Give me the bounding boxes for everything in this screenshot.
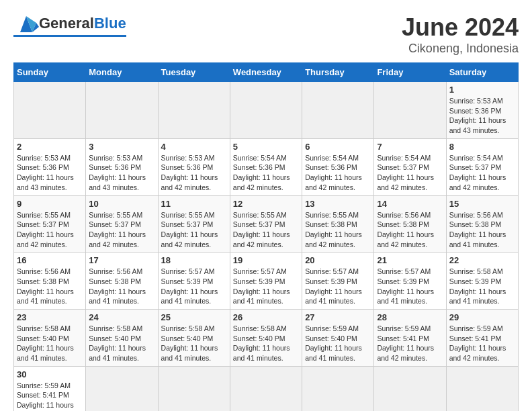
logo: GeneralBlue (13, 13, 126, 37)
day-info: Sunrise: 5:53 AMSunset: 5:36 PMDaylight:… (17, 153, 83, 193)
table-row: 19Sunrise: 5:57 AMSunset: 5:39 PMDayligh… (230, 253, 302, 310)
day-info: Sunrise: 5:59 AMSunset: 5:41 PMDaylight:… (449, 324, 515, 363)
table-row (158, 82, 230, 139)
table-row: 9Sunrise: 5:55 AMSunset: 5:37 PMDaylight… (14, 195, 86, 253)
day-info: Sunrise: 5:53 AMSunset: 5:36 PMDaylight:… (161, 153, 227, 193)
day-number: 25 (161, 312, 227, 322)
calendar-table: Sunday Monday Tuesday Wednesday Thursday… (13, 62, 519, 411)
logo-general: GeneralBlue (39, 15, 126, 32)
logo-icon (13, 13, 39, 34)
table-row: 8Sunrise: 5:54 AMSunset: 5:37 PMDaylight… (446, 138, 518, 195)
day-info: Sunrise: 5:55 AMSunset: 5:37 PMDaylight:… (161, 210, 227, 250)
logo-blue-text: Blue (94, 15, 126, 32)
day-info: Sunrise: 5:55 AMSunset: 5:37 PMDaylight:… (89, 210, 154, 250)
table-row: 6Sunrise: 5:54 AMSunset: 5:36 PMDaylight… (302, 138, 374, 195)
day-info: Sunrise: 5:58 AMSunset: 5:40 PMDaylight:… (17, 324, 83, 363)
day-number: 15 (449, 199, 515, 209)
col-thursday: Thursday (302, 63, 374, 82)
day-info: Sunrise: 5:56 AMSunset: 5:38 PMDaylight:… (89, 267, 154, 306)
table-row (86, 366, 158, 411)
calendar-subtitle: Cikoneng, Indonesia (402, 42, 519, 56)
calendar-week-row: 23Sunrise: 5:58 AMSunset: 5:40 PMDayligh… (14, 310, 519, 367)
table-row: 3Sunrise: 5:53 AMSunset: 5:36 PMDaylight… (86, 138, 158, 195)
day-number: 21 (377, 255, 443, 265)
table-row (302, 82, 374, 139)
col-sunday: Sunday (14, 63, 86, 82)
table-row: 7Sunrise: 5:54 AMSunset: 5:37 PMDaylight… (374, 138, 446, 195)
day-info: Sunrise: 5:58 AMSunset: 5:39 PMDaylight:… (449, 267, 515, 306)
day-info: Sunrise: 5:59 AMSunset: 5:41 PMDaylight:… (377, 324, 443, 363)
day-number: 29 (449, 312, 515, 322)
day-number: 16 (17, 255, 83, 265)
calendar-week-row: 2Sunrise: 5:53 AMSunset: 5:36 PMDaylight… (14, 138, 519, 195)
day-number: 3 (89, 142, 154, 152)
day-number: 24 (89, 312, 154, 322)
calendar-header-row: Sunday Monday Tuesday Wednesday Thursday… (14, 63, 519, 82)
day-number: 20 (305, 255, 371, 265)
day-info: Sunrise: 5:59 AMSunset: 5:40 PMDaylight:… (305, 324, 371, 363)
day-info: Sunrise: 5:57 AMSunset: 5:39 PMDaylight:… (305, 267, 371, 306)
day-info: Sunrise: 5:57 AMSunset: 5:39 PMDaylight:… (233, 267, 299, 306)
day-number: 6 (305, 142, 371, 152)
table-row: 27Sunrise: 5:59 AMSunset: 5:40 PMDayligh… (302, 310, 374, 367)
table-row (86, 82, 158, 139)
day-number: 28 (377, 312, 443, 322)
day-info: Sunrise: 5:58 AMSunset: 5:40 PMDaylight:… (233, 324, 299, 363)
logo-underline (13, 35, 126, 37)
col-friday: Friday (374, 63, 446, 82)
day-number: 23 (17, 312, 83, 322)
day-info: Sunrise: 5:55 AMSunset: 5:37 PMDaylight:… (233, 210, 299, 250)
day-info: Sunrise: 5:54 AMSunset: 5:36 PMDaylight:… (305, 153, 371, 193)
col-saturday: Saturday (446, 63, 518, 82)
table-row (302, 366, 374, 411)
day-info: Sunrise: 5:57 AMSunset: 5:39 PMDaylight:… (161, 267, 227, 306)
day-info: Sunrise: 5:56 AMSunset: 5:38 PMDaylight:… (449, 210, 515, 250)
day-number: 17 (89, 255, 154, 265)
calendar-week-row: 9Sunrise: 5:55 AMSunset: 5:37 PMDaylight… (14, 195, 519, 253)
table-row: 28Sunrise: 5:59 AMSunset: 5:41 PMDayligh… (374, 310, 446, 367)
calendar-title: June 2024 (402, 13, 519, 42)
day-info: Sunrise: 5:53 AMSunset: 5:36 PMDaylight:… (449, 96, 515, 136)
calendar-week-row: 30Sunrise: 5:59 AMSunset: 5:41 PMDayligh… (14, 366, 519, 411)
day-number: 8 (449, 142, 515, 152)
day-info: Sunrise: 5:54 AMSunset: 5:37 PMDaylight:… (377, 153, 443, 193)
day-info: Sunrise: 5:54 AMSunset: 5:37 PMDaylight:… (449, 153, 515, 193)
table-row: 20Sunrise: 5:57 AMSunset: 5:39 PMDayligh… (302, 253, 374, 310)
table-row: 11Sunrise: 5:55 AMSunset: 5:37 PMDayligh… (158, 195, 230, 253)
table-row: 5Sunrise: 5:54 AMSunset: 5:36 PMDaylight… (230, 138, 302, 195)
page-header: GeneralBlue June 2024 Cikoneng, Indonesi… (13, 13, 519, 56)
day-info: Sunrise: 5:55 AMSunset: 5:37 PMDaylight:… (17, 210, 83, 250)
day-info: Sunrise: 5:53 AMSunset: 5:36 PMDaylight:… (89, 153, 154, 193)
day-number: 4 (161, 142, 227, 152)
day-number: 13 (305, 199, 371, 209)
table-row: 25Sunrise: 5:58 AMSunset: 5:40 PMDayligh… (158, 310, 230, 367)
day-info: Sunrise: 5:58 AMSunset: 5:40 PMDaylight:… (161, 324, 227, 363)
table-row (230, 366, 302, 411)
table-row: 4Sunrise: 5:53 AMSunset: 5:36 PMDaylight… (158, 138, 230, 195)
day-number: 11 (161, 199, 227, 209)
table-row: 30Sunrise: 5:59 AMSunset: 5:41 PMDayligh… (14, 366, 86, 411)
day-info: Sunrise: 5:57 AMSunset: 5:39 PMDaylight:… (377, 267, 443, 306)
day-number: 7 (377, 142, 443, 152)
day-number: 2 (17, 142, 83, 152)
day-number: 12 (233, 199, 299, 209)
col-tuesday: Tuesday (158, 63, 230, 82)
day-info: Sunrise: 5:58 AMSunset: 5:40 PMDaylight:… (89, 324, 154, 363)
table-row (14, 82, 86, 139)
table-row: 23Sunrise: 5:58 AMSunset: 5:40 PMDayligh… (14, 310, 86, 367)
title-block: June 2024 Cikoneng, Indonesia (402, 13, 519, 56)
day-number: 14 (377, 199, 443, 209)
table-row: 21Sunrise: 5:57 AMSunset: 5:39 PMDayligh… (374, 253, 446, 310)
col-monday: Monday (86, 63, 158, 82)
day-number: 18 (161, 255, 227, 265)
calendar-week-row: 16Sunrise: 5:56 AMSunset: 5:38 PMDayligh… (14, 253, 519, 310)
day-number: 5 (233, 142, 299, 152)
day-info: Sunrise: 5:56 AMSunset: 5:38 PMDaylight:… (17, 267, 83, 306)
table-row (230, 82, 302, 139)
table-row: 15Sunrise: 5:56 AMSunset: 5:38 PMDayligh… (446, 195, 518, 253)
day-number: 19 (233, 255, 299, 265)
table-row: 13Sunrise: 5:55 AMSunset: 5:38 PMDayligh… (302, 195, 374, 253)
table-row: 29Sunrise: 5:59 AMSunset: 5:41 PMDayligh… (446, 310, 518, 367)
day-number: 27 (305, 312, 371, 322)
table-row: 10Sunrise: 5:55 AMSunset: 5:37 PMDayligh… (86, 195, 158, 253)
